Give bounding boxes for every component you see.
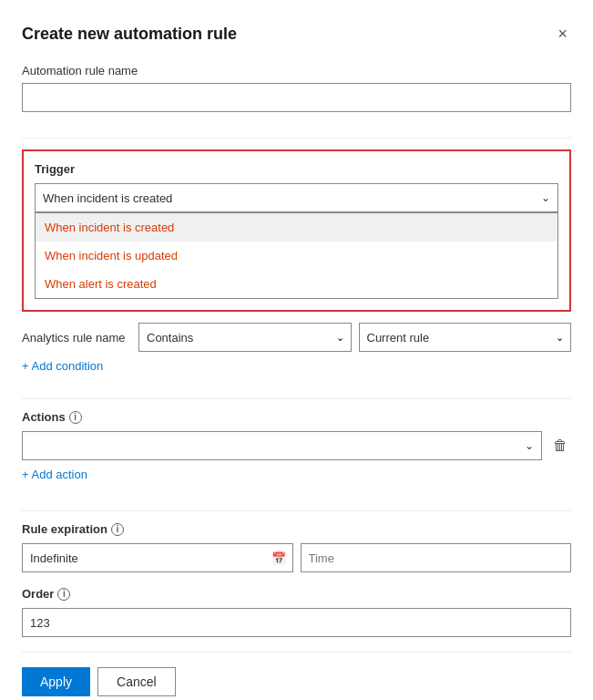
actions-header: Actions i: [22, 410, 571, 424]
expiration-date-input[interactable]: [22, 543, 293, 572]
trigger-select-wrapper: When incident is created ⌄ When incident…: [35, 183, 558, 299]
order-info-icon[interactable]: i: [57, 588, 70, 601]
actions-section: Actions i ⌄ 🗑 + Add action: [22, 410, 571, 485]
trigger-option-created[interactable]: When incident is created: [36, 213, 557, 242]
rule-expiration-header: Rule expiration i: [22, 522, 571, 536]
automation-rule-name-label: Automation rule name: [22, 64, 571, 77]
rule-expiration-section: Rule expiration i 📅: [22, 522, 571, 572]
cancel-button[interactable]: Cancel: [97, 667, 176, 696]
create-automation-rule-modal: Create new automation rule × Automation …: [0, 0, 593, 700]
automation-rule-name-section: Automation rule name: [22, 64, 571, 112]
action-select-display[interactable]: ⌄: [22, 431, 542, 460]
trigger-chevron-icon: ⌄: [541, 191, 550, 204]
action-select-wrapper: ⌄: [22, 431, 542, 460]
current-rule-select[interactable]: Current rule: [359, 323, 572, 352]
expiration-date-wrapper: 📅: [22, 543, 293, 572]
rule-expiration-info-icon[interactable]: i: [111, 523, 124, 536]
trigger-option-alert[interactable]: When alert is created: [36, 270, 557, 298]
trigger-selected-value: When incident is created: [43, 191, 541, 205]
expiration-time-wrapper: [301, 543, 572, 572]
action-row: ⌄ 🗑: [22, 431, 571, 460]
delete-action-button[interactable]: 🗑: [549, 434, 571, 458]
action-chevron-icon: ⌄: [525, 439, 534, 452]
divider-1: [22, 138, 571, 139]
trigger-section: Trigger When incident is created ⌄ When …: [22, 149, 571, 312]
trigger-dropdown: When incident is created When incident i…: [35, 212, 558, 299]
automation-rule-name-input[interactable]: [22, 83, 571, 112]
analytics-rule-label: Analytics rule name: [22, 331, 131, 345]
order-header: Order i: [22, 587, 571, 601]
order-section: Order i: [22, 587, 571, 637]
close-button[interactable]: ×: [554, 22, 571, 46]
actions-label: Actions: [22, 410, 66, 424]
divider-2: [22, 398, 571, 399]
trigger-option-updated[interactable]: When incident is updated: [36, 242, 557, 270]
modal-footer: Apply Cancel: [22, 652, 571, 696]
add-condition-wrapper: + Add condition: [22, 359, 571, 376]
add-action-button[interactable]: + Add action: [22, 468, 87, 481]
order-input[interactable]: [22, 608, 571, 637]
trigger-select-display[interactable]: When incident is created ⌄: [35, 183, 558, 212]
conditions-row: Analytics rule name Contains ⌄ Current r…: [22, 323, 571, 352]
expiration-time-input[interactable]: [301, 543, 572, 572]
contains-select-wrapper: Contains ⌄: [138, 323, 352, 352]
current-rule-select-wrapper: Current rule ⌄: [359, 323, 572, 352]
order-label: Order: [22, 587, 54, 601]
add-action-wrapper: + Add action: [22, 468, 571, 481]
actions-info-icon[interactable]: i: [69, 411, 82, 424]
add-condition-button[interactable]: + Add condition: [22, 359, 103, 373]
contains-select[interactable]: Contains: [138, 323, 352, 352]
divider-3: [22, 510, 571, 511]
expiration-row: 📅: [22, 543, 571, 572]
modal-header: Create new automation rule ×: [22, 22, 571, 46]
modal-title: Create new automation rule: [22, 25, 237, 44]
trigger-label: Trigger: [35, 162, 558, 176]
rule-expiration-label: Rule expiration: [22, 522, 107, 536]
apply-button[interactable]: Apply: [22, 667, 90, 696]
